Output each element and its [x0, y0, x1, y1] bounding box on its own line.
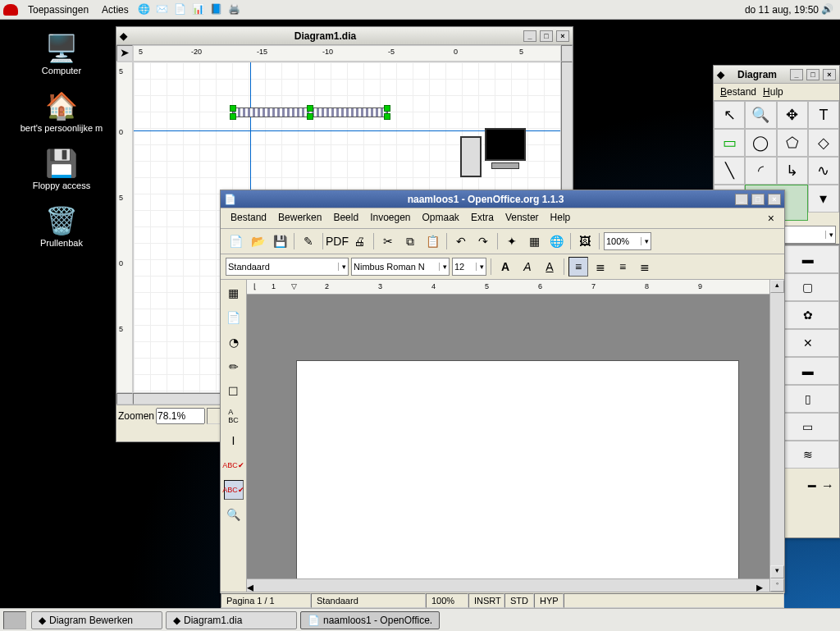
oo-vertical-scrollbar[interactable]: ▴▾ ◦ [769, 280, 784, 592]
align-center-button[interactable]: ≣ [591, 257, 610, 277]
navigator-button[interactable]: ✦ [502, 231, 522, 251]
oo-document-area[interactable] [247, 295, 769, 578]
ellipse-tool[interactable]: ◯ [745, 129, 776, 157]
align-justify-button[interactable]: ≣ [635, 257, 655, 277]
calc-launcher-icon[interactable]: 📘 [210, 3, 223, 16]
status-hyp[interactable]: HYP [534, 593, 564, 608]
stencil-item[interactable]: ▢ [777, 273, 840, 301]
italic-button[interactable]: A [518, 257, 537, 277]
insert-fields-button[interactable]: 📄 [224, 308, 244, 327]
impress-launcher-icon[interactable]: 📊 [192, 3, 205, 16]
maximize-button[interactable]: □ [540, 30, 553, 42]
stencil-item[interactable]: ▬ [777, 357, 840, 385]
arrow-style[interactable]: → [821, 478, 834, 493]
stencil-item[interactable]: ▬ [777, 245, 840, 273]
close-button[interactable]: × [768, 194, 781, 205]
beziergon-tool[interactable]: ◇ [808, 129, 839, 157]
stencil-item[interactable]: ▭ [777, 413, 840, 441]
menu-format[interactable]: Opmaak [418, 210, 464, 226]
oo-titlebar[interactable]: 📄 naamloos1 - OpenOffice.org 1.1.3 _ □ × [221, 190, 784, 208]
minimize-button[interactable]: _ [790, 69, 803, 80]
close-button[interactable]: × [823, 69, 836, 80]
pointer-tool[interactable]: ↖ [714, 101, 745, 129]
oo-horizontal-scrollbar[interactable]: ◂▸ [247, 578, 769, 592]
toolbox-titlebar[interactable]: ◆ Diagram _ □ × [714, 66, 839, 84]
status-std[interactable]: STD [504, 593, 534, 608]
new-button[interactable]: 📄 [226, 231, 245, 251]
computer-stencil[interactable] [460, 128, 527, 184]
polyline-tool[interactable]: ∿ [808, 157, 839, 185]
line-tool[interactable]: ╲ [714, 157, 745, 185]
menu-edit[interactable]: Bewerken [273, 210, 326, 226]
horizontal-ruler[interactable]: 5 -20 -15 -10 -5 0 5 [133, 45, 561, 62]
insert-object-button[interactable]: ◔ [224, 332, 244, 352]
menu-view[interactable]: Beeld [328, 210, 363, 226]
browser-launcher-icon[interactable]: 🌐 [138, 3, 151, 16]
oo-horizontal-ruler[interactable]: ⌊ 1 ▽ 2 3 4 5 6 7 8 9 [247, 280, 769, 295]
text-tool[interactable]: T [808, 101, 839, 129]
arc-tool[interactable]: ◜ [745, 157, 776, 185]
hyperlink-button[interactable]: 🌐 [546, 231, 566, 251]
floppy-icon[interactable]: 💾Floppy access [16, 148, 107, 190]
spellcheck-button[interactable]: ABC✔ [224, 455, 244, 475]
menu-tools[interactable]: Extra [466, 210, 499, 226]
align-right-button[interactable]: ≡ [613, 257, 632, 277]
para-style-combo[interactable]: Standaard▾ [226, 258, 349, 276]
zoom-input[interactable] [156, 408, 205, 424]
minimize-button[interactable]: _ [523, 30, 536, 42]
workspace-switcher[interactable] [3, 611, 26, 629]
redo-button[interactable]: ↷ [473, 231, 493, 251]
find-button[interactable]: 🔍 [224, 505, 244, 524]
stylist-button[interactable]: ▦ [524, 231, 544, 251]
copy-button[interactable]: ⧉ [400, 231, 420, 251]
insert-table-button[interactable]: ▦ [224, 283, 244, 303]
save-button[interactable]: 💾 [270, 231, 290, 251]
bold-button[interactable]: A [495, 257, 515, 277]
maximize-button[interactable]: □ [751, 194, 765, 205]
paste-button[interactable]: 📋 [422, 231, 442, 251]
underline-button[interactable]: A [540, 257, 559, 277]
font-name-combo[interactable]: Nimbus Roman N▾ [351, 258, 450, 276]
zigzag-tool[interactable]: ↳ [777, 157, 808, 185]
autotext-button[interactable]: ABC [224, 406, 244, 426]
maximize-button[interactable]: □ [806, 69, 819, 80]
status-style[interactable]: Standaard [311, 593, 426, 608]
edit-button[interactable]: ✎ [299, 231, 318, 251]
task-diagram1[interactable]: ◆Diagram1.dia [166, 611, 297, 629]
computer-icon[interactable]: 🖥️Computer [16, 33, 107, 75]
selected-shape[interactable] [232, 107, 388, 117]
autospell-button[interactable]: ABC✔ [224, 480, 244, 500]
zoom-combo[interactable]: 100%▾ [604, 232, 651, 250]
volume-icon[interactable]: 🔊 [821, 3, 834, 16]
writer-launcher-icon[interactable]: 📄 [174, 3, 187, 16]
stencil-item[interactable]: ≋ [777, 441, 840, 469]
insert-draw-button[interactable]: ✏ [224, 357, 244, 377]
home-folder-icon[interactable]: 🏠bert's persoonlijke m [16, 90, 107, 133]
ruler-origin-button[interactable]: ➤ [116, 45, 133, 62]
open-button[interactable]: 📂 [248, 231, 267, 251]
task-diagram-edit[interactable]: ◆Diagram Bewerken [31, 611, 162, 629]
form-button[interactable]: ☐ [224, 382, 244, 401]
applications-menu[interactable]: Toepassingen [21, 2, 95, 17]
menu-insert[interactable]: Invoegen [365, 210, 415, 226]
toolbox-file-menu[interactable]: Bestand [720, 86, 756, 98]
status-zoom[interactable]: 100% [426, 593, 468, 608]
trash-icon[interactable]: 🗑️Prullenbak [16, 205, 107, 248]
pdf-button[interactable]: PDF [327, 231, 347, 251]
undo-button[interactable]: ↶ [451, 231, 471, 251]
actions-menu[interactable]: Acties [95, 2, 135, 17]
menu-file[interactable]: Bestand [226, 210, 272, 226]
stencil-item[interactable]: ▯ [777, 385, 840, 413]
hscroll-left[interactable] [116, 393, 133, 405]
more-tool[interactable]: ▾ [808, 185, 839, 213]
task-openoffice[interactable]: 📄naamloos1 - OpenOffice. [300, 611, 440, 629]
polygon-tool[interactable]: ⬠ [777, 129, 808, 157]
vertical-ruler[interactable]: 5 0 5 0 5 [116, 62, 133, 393]
menu-help[interactable]: Help [546, 210, 576, 226]
clock[interactable]: do 11 aug, 19:50 [745, 4, 819, 16]
font-size-combo[interactable]: 12▾ [452, 258, 486, 276]
dia-titlebar[interactable]: ◆ Diagram1.dia _ □ × [116, 27, 573, 45]
menu-window[interactable]: Venster [500, 210, 544, 226]
line-style[interactable]: ━ [808, 478, 816, 494]
stencil-item[interactable]: ✕ [777, 329, 840, 357]
